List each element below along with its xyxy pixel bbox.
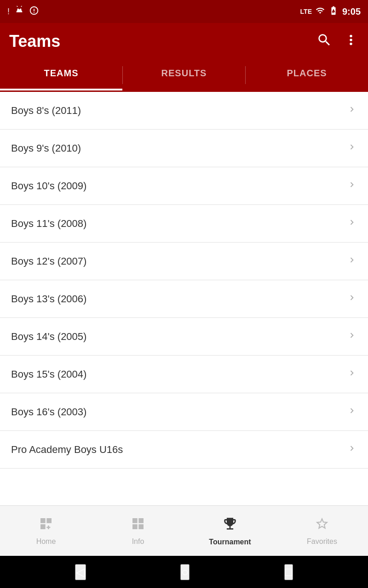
nav-info[interactable]: Info [92,513,184,549]
chevron-right-icon [347,255,357,268]
app-title: Teams [9,32,316,51]
chevron-right-icon [347,180,357,192]
back-button[interactable]: ◁ [75,564,86,580]
list-item[interactable]: Boys 13's (2006) [0,280,368,318]
list-item[interactable]: Boys 12's (2007) [0,243,368,280]
list-item[interactable]: Boys 8's (2011) [0,92,368,130]
tournament-label: Tournament [209,538,251,546]
app-bar: Teams [0,23,368,60]
lte-badge: LTE [300,8,312,15]
chevron-right-icon [347,104,357,117]
list-item-text: Boys 14's (2005) [11,331,347,343]
tab-bar: TEAMS RESULTS PLACES [0,60,368,92]
list-item[interactable]: Boys 14's (2005) [0,318,368,356]
status-bar: ! LTE 9:05 [0,0,368,23]
chevron-right-icon [347,406,357,418]
tab-places[interactable]: PLACES [246,60,368,90]
chevron-right-icon [347,142,357,155]
signal-icon [316,6,325,17]
teams-list: Boys 8's (2011) Boys 9's (2010) Boys 10'… [0,92,368,505]
recent-button[interactable]: □ [284,564,293,580]
list-item[interactable]: Boys 10's (2009) [0,167,368,205]
cat-icon [29,6,39,18]
list-item-text: Boys 16's (2003) [11,406,347,418]
info-icon [131,516,145,535]
list-item[interactable]: Boys 11's (2008) [0,205,368,243]
battery-icon [328,6,339,17]
system-nav: ◁ ○ □ [0,556,368,588]
list-item-text: Boys 8's (2011) [11,105,347,117]
info-label: Info [132,537,144,546]
tab-results[interactable]: RESULTS [123,60,245,90]
status-time: 9:05 [342,6,361,17]
nav-tournament[interactable]: Tournament [184,512,276,550]
tournament-trophy-icon [222,516,238,535]
chevron-right-icon [347,330,357,343]
more-options-button[interactable] [343,32,359,51]
list-item-text: Pro Academy Boys U16s [11,444,347,456]
android-icon [14,6,24,18]
list-item-text: Boys 13's (2006) [11,293,347,305]
home-button[interactable]: ○ [180,564,190,580]
app-bar-actions [316,32,359,51]
list-item[interactable]: Boys 9's (2010) [0,130,368,167]
list-item-text: Boys 10's (2009) [11,180,347,192]
list-item-text: Boys 9's (2010) [11,142,347,154]
tab-teams[interactable]: TEAMS [0,60,122,90]
bottom-nav: Home Info Tournament Favorites [0,505,368,556]
list-item-text: Boys 15's (2004) [11,368,347,380]
favorites-label: Favorites [307,537,337,546]
chevron-right-icon [347,293,357,305]
status-icons-right: LTE 9:05 [300,6,361,17]
list-item-text: Boys 12's (2007) [11,255,347,267]
status-icons-left: ! [7,6,39,18]
list-item[interactable]: Boys 15's (2004) [0,356,368,393]
home-label: Home [36,537,56,546]
svg-line-3 [21,6,22,6]
list-item[interactable]: Pro Academy Boys U16s [0,431,368,469]
nav-favorites[interactable]: Favorites [276,513,368,549]
chevron-right-icon [347,217,357,230]
list-item[interactable]: Boys 16's (2003) [0,393,368,431]
svg-line-2 [17,6,18,6]
home-icon [39,516,53,535]
notification-icon: ! [7,7,10,17]
list-item-text: Boys 11's (2008) [11,218,347,230]
nav-home[interactable]: Home [0,513,92,549]
chevron-right-icon [347,443,357,456]
search-button[interactable] [316,32,332,51]
chevron-right-icon [347,368,357,381]
favorites-star-icon [315,516,329,535]
